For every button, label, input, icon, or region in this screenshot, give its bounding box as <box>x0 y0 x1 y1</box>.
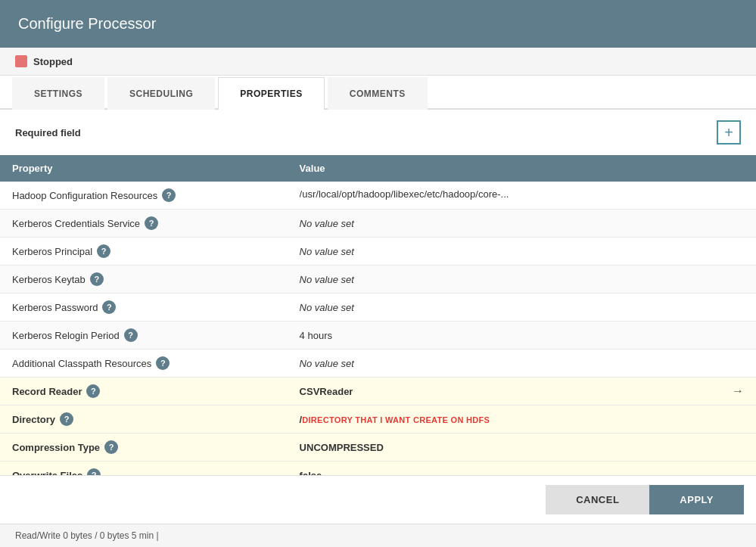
bottom-bar: Read/Write 0 bytes / 0 bytes 5 min | <box>0 524 756 547</box>
property-value[interactable]: /usr/local/opt/hadoop/libexec/etc/hadoop… <box>288 182 720 210</box>
dialog-title: Configure Processor <box>18 15 156 32</box>
help-icon[interactable]: ? <box>124 328 138 342</box>
property-name: Kerberos Credentials Service <box>12 218 140 229</box>
property-value[interactable]: UNCOMPRESSED <box>288 434 720 462</box>
help-icon[interactable]: ? <box>97 244 110 258</box>
tab-comments[interactable]: COMMENTS <box>328 77 428 110</box>
tabs-container: SETTINGS SCHEDULING PROPERTIES COMMENTS <box>0 76 756 110</box>
property-name: Overwrite Files <box>12 470 82 476</box>
status-label: Stopped <box>33 56 73 67</box>
required-field-label: Required field <box>15 127 81 138</box>
table-row[interactable]: Additional Classpath Resources?No value … <box>0 350 756 378</box>
table-row[interactable]: Record Reader?CSVReader→ <box>0 378 756 406</box>
dialog-header: Configure Processor <box>0 0 756 48</box>
property-name: Hadoop Configuration Resources <box>12 190 157 201</box>
col-header-value: Value <box>288 155 720 182</box>
tab-properties[interactable]: PROPERTIES <box>218 77 324 110</box>
property-value[interactable]: No value set <box>288 238 720 266</box>
property-name: Kerberos Relogin Period <box>12 330 120 341</box>
help-icon[interactable]: ? <box>162 188 176 202</box>
help-icon[interactable]: ? <box>102 300 116 314</box>
tab-settings[interactable]: SETTINGS <box>12 77 104 110</box>
tab-scheduling[interactable]: SCHEDULING <box>107 77 215 110</box>
cancel-button[interactable]: CANCEL <box>546 485 649 514</box>
add-property-button[interactable]: + <box>717 120 741 145</box>
table-row[interactable]: Kerberos Password?No value set <box>0 294 756 322</box>
property-value[interactable]: No value set <box>288 266 720 294</box>
property-name: Kerberos Keytab <box>12 274 86 285</box>
property-value[interactable]: No value set <box>288 350 720 378</box>
help-icon[interactable]: ? <box>86 384 100 398</box>
table-row[interactable]: Kerberos Relogin Period?4 hours <box>0 322 756 350</box>
table-row[interactable]: Compression Type?UNCOMPRESSED <box>0 434 756 462</box>
table-row[interactable]: Kerberos Credentials Service?No value se… <box>0 210 756 238</box>
property-name: Kerberos Principal <box>12 246 92 257</box>
help-icon[interactable]: ? <box>145 216 158 230</box>
property-name: Compression Type <box>12 442 100 453</box>
table-row[interactable]: Hadoop Configuration Resources?/usr/loca… <box>0 182 756 210</box>
status-bar: Stopped <box>0 48 756 76</box>
arrow-icon[interactable]: → <box>732 384 744 397</box>
properties-table: Property Value Hadoop Configuration Reso… <box>0 155 756 475</box>
col-header-property: Property <box>0 155 288 182</box>
property-name: Additional Classpath Resources <box>12 358 151 369</box>
content-area: Required field + Property Value Hadoop C… <box>0 110 756 475</box>
table-header-row: Property Value <box>0 155 756 182</box>
help-icon[interactable]: ? <box>87 468 101 475</box>
property-value[interactable]: false <box>288 462 720 476</box>
dialog-footer: CANCEL APPLY <box>0 475 756 524</box>
property-value[interactable]: 4 hours <box>288 322 720 350</box>
help-icon[interactable]: ? <box>104 440 118 454</box>
table-row[interactable]: Kerberos Principal?No value set <box>0 238 756 266</box>
table-row[interactable]: Kerberos Keytab?No value set <box>0 266 756 294</box>
table-row[interactable]: Overwrite Files?false <box>0 462 756 476</box>
property-value[interactable]: No value set <box>288 294 720 322</box>
col-header-action <box>720 155 756 182</box>
help-icon[interactable]: ? <box>156 356 170 370</box>
configure-processor-dialog: Configure Processor Stopped SETTINGS SCH… <box>0 0 756 547</box>
help-icon[interactable]: ? <box>60 412 73 426</box>
property-value[interactable]: No value set <box>288 210 720 238</box>
property-name: Kerberos Password <box>12 302 98 313</box>
property-value[interactable]: CSVReader <box>288 378 720 406</box>
table-row[interactable]: Directory?/DIRECTORY THAT I WANT CREATE … <box>0 406 756 434</box>
property-name: Record Reader <box>12 386 82 397</box>
apply-button[interactable]: APPLY <box>649 485 744 514</box>
required-field-bar: Required field + <box>0 110 756 155</box>
status-indicator <box>15 55 27 67</box>
property-value[interactable]: /DIRECTORY THAT I WANT CREATE ON HDFS <box>288 406 720 434</box>
help-icon[interactable]: ? <box>90 272 104 286</box>
property-name: Directory <box>12 414 55 425</box>
